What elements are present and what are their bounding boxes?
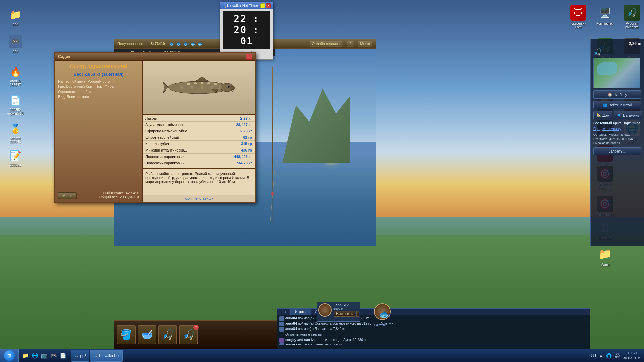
config-btn[interactable]: Настроить xyxy=(334,311,355,317)
chat-avatar-3 xyxy=(279,327,284,332)
base-btn[interactable]: 🏠 На базу xyxy=(593,90,641,99)
toolbar-bowl[interactable]: 🥣 xyxy=(138,325,156,344)
hq-icon: 👥 xyxy=(603,103,607,107)
home-btn[interactable]: 🏡 Дом xyxy=(593,111,612,119)
start-orb xyxy=(4,350,15,361)
taskbar-app-klevalka[interactable]: 🎣 Klevalka.Net xyxy=(90,350,123,362)
svg-point-16 xyxy=(191,85,193,89)
gold-icon: 🥇 xyxy=(9,122,22,135)
rp3-game-icon: 🎣 xyxy=(624,5,640,21)
masha-label: Маша xyxy=(600,263,610,267)
masha-icon-desktop[interactable]: 📁 Маша xyxy=(593,245,617,268)
svg-point-2 xyxy=(230,86,235,90)
computer-label: Компьютер xyxy=(596,22,614,25)
taskbar-icon-explorer[interactable]: 📁 xyxy=(21,352,30,360)
desktop-icon-gold[interactable]: 🥇 золото220146 xyxy=(3,121,28,145)
tray-up-icon: ▲ xyxy=(599,353,603,358)
player-btns: Настроить Y xyxy=(334,311,359,317)
computer-icon-desktop[interactable]: 🖥️ Компьютер xyxy=(593,3,617,27)
chat-spacer xyxy=(279,333,284,337)
sadok-menu-btn[interactable]: Меню xyxy=(58,192,77,199)
rp3-icon-desktop[interactable]: 🎣 Русская рыбалка xyxy=(620,3,644,31)
chat-tab-chat[interactable]: чат xyxy=(277,309,291,315)
location-info: Восточный Крит. Порт Фира xyxy=(593,121,641,125)
svg-point-11 xyxy=(228,86,230,88)
fish-item-4[interactable]: Шпрот европейский 62 гр xyxy=(143,134,255,141)
travel-info: Осталось путевки: 43 час.Стоимость дня: … xyxy=(593,133,641,145)
toolbar-net[interactable]: 🎣 xyxy=(158,325,177,344)
help-btn[interactable]: ? xyxy=(347,41,354,47)
player-avatar xyxy=(318,303,332,317)
toolbar-rod2[interactable]: 🎣 2 xyxy=(179,325,198,344)
desktop-icon-pp3-2[interactable]: 🎮 pp3 xyxy=(3,34,28,54)
clock-date: 30.03.2019 xyxy=(623,356,641,360)
fish-item-2[interactable]: Акула-молот обыкнове... 28,427 кг xyxy=(143,122,255,128)
desktop-icon-220128[interactable]: 📝 220128 xyxy=(3,147,28,168)
fish-item-7[interactable]: Полосатик карликовый 448,406 кг xyxy=(143,154,255,160)
depth-indicator: 2,86 m xyxy=(593,41,641,46)
right-panel: 2,86 m 🎣 🏠 На базу 👥 Войти в штаб 🏡 Дом … xyxy=(590,39,644,246)
online-services-btn[interactable]: Онлайн сервисы xyxy=(310,41,343,47)
fish-weight: Вес: 2,853 кг (зачетная) xyxy=(58,72,139,77)
taskbar-icon-pdf[interactable]: 📄 xyxy=(59,352,67,360)
taskbar-icon-browser[interactable]: 🌐 xyxy=(31,352,39,360)
taskbar-app-klevalka-label: Klevalka.Net xyxy=(99,354,120,358)
taskbar-app-pp3-label: pp3 xyxy=(80,354,86,358)
desktop-icon-label: pp3 xyxy=(13,22,18,26)
taskbar: 📁 🌐 📺 🎮 📄 🎣 pp3 🎣 Klevalka.Net RU ▲ 🌐 🔊 … xyxy=(0,349,644,362)
fish-item-6[interactable]: Миксина атлантическа... 436 гр xyxy=(143,147,255,154)
chat-avatar-1 xyxy=(279,316,284,321)
desktop-icon-pp3[interactable]: 📁 pp3 xyxy=(3,7,28,27)
sadok-panel: Садок × Осетр адриатический Вес: 2,853 к… xyxy=(54,52,256,203)
fire-label: огонь5185647 xyxy=(10,79,21,87)
svg-point-12 xyxy=(229,86,229,87)
game-menu-btn[interactable]: Меню xyxy=(358,41,372,47)
forbid-btn[interactable]: Запреты... xyxy=(593,147,641,155)
luggage-icon: 🧳 xyxy=(617,113,622,117)
y-btn[interactable]: Y xyxy=(356,311,359,317)
clock-display[interactable]: 19:59 30.03.2019 xyxy=(623,351,641,360)
chat-avatar-6 xyxy=(279,343,284,345)
timer-close-btn[interactable]: × xyxy=(266,3,271,8)
fish-item-3[interactable]: Сфирена мелкочешуйна... 2,23 кг xyxy=(143,128,255,134)
fishing-float xyxy=(271,192,274,196)
fish-item-5[interactable]: Кефаль-губач 315 гр xyxy=(143,141,255,147)
toolbar-bucket[interactable]: 🪣 xyxy=(117,325,136,344)
map-area[interactable] xyxy=(593,58,640,88)
svg-marker-3 xyxy=(163,82,168,93)
fish-item-8[interactable]: Полосатик карликовый 734,78 кг xyxy=(143,160,255,166)
taskbar-icon-media[interactable]: 📺 xyxy=(40,352,48,360)
player-info: John Silv... 1500 м Настроить Y xyxy=(334,303,359,317)
fish-icons: 🐟 🐟 🐟 🐟 🐟 xyxy=(169,41,203,46)
taskbar-app-klevalka-icon: 🎣 xyxy=(93,353,98,358)
desktop-icon-fire[interactable]: 🔥 огонь5185647 xyxy=(3,64,28,88)
svg-marker-4 xyxy=(195,77,209,81)
tray-network-icon[interactable]: 🌐 xyxy=(606,353,612,358)
kaspersky-label: Kaspersky Free xyxy=(568,22,589,29)
timer-minimize-btn[interactable] xyxy=(260,3,265,8)
luggage-btn[interactable]: 🧳 Багажник xyxy=(614,111,642,119)
fish-item-1[interactable]: Лаврак 2,27 кг xyxy=(143,115,255,122)
desktop-icon-num[interactable]: 📄 209352чёрный.15 xyxy=(3,92,28,117)
mountain xyxy=(282,80,350,163)
hq-btn[interactable]: 👥 Войти в штаб xyxy=(593,101,641,109)
rod-icon: 🎣 xyxy=(593,48,641,56)
big-fish-icon[interactable]: 🐟 xyxy=(379,309,391,320)
kaspersky-icon-desktop[interactable]: 🛡 Kaspersky Free xyxy=(566,3,590,31)
svg-point-6 xyxy=(187,83,190,85)
gold-label: золото220146 xyxy=(10,136,21,144)
taskbar-app-pp3[interactable]: 🎣 pp3 xyxy=(71,350,89,362)
chat-tab-players[interactable]: Игроки xyxy=(291,309,311,315)
hotkeys-link[interactable]: Горячие клавиши xyxy=(143,195,255,202)
tray-volume-icon[interactable]: 🔊 xyxy=(614,353,620,358)
timer-titlebar: 🎣 Klevalka.Net Timer × xyxy=(220,2,273,9)
exp-label: Получено опыта: xyxy=(117,42,147,46)
sadok-title: Садок xyxy=(58,54,70,59)
start-button[interactable] xyxy=(0,349,19,362)
doc2-icon: 📝 xyxy=(9,149,22,162)
sadok-close-btn[interactable]: × xyxy=(246,54,252,60)
pp3-icon: 🎮 xyxy=(9,35,22,48)
travel-link[interactable]: Продлить путевку xyxy=(593,127,641,131)
taskbar-icon-pp3[interactable]: 🎮 xyxy=(50,352,58,360)
timer-display: 22 : 20 : 01 xyxy=(223,11,270,49)
